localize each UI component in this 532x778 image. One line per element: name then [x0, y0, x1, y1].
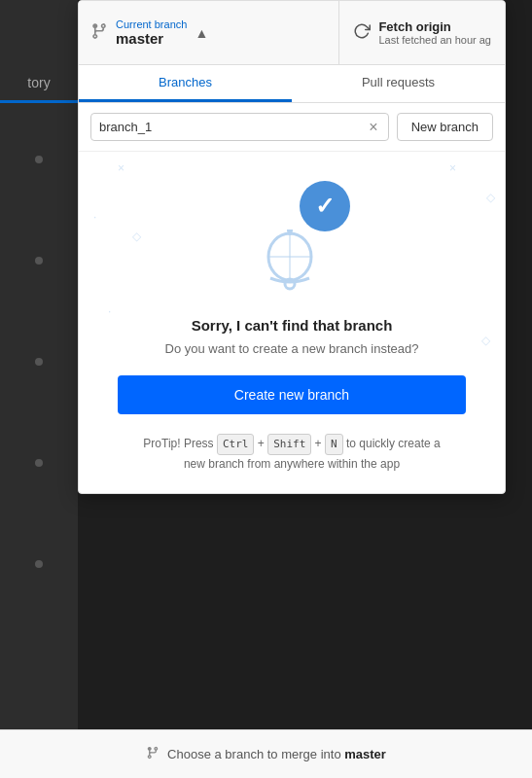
check-circle: ✓ [300, 181, 350, 231]
kbd-ctrl: Ctrl [217, 434, 255, 455]
branch-dropdown-panel: Current branch master ▲ Fetch origin Las… [78, 0, 506, 494]
sidebar-dots [35, 156, 43, 568]
deco-diamond-2: ◇ [132, 230, 141, 243]
sidebar-dot [35, 156, 43, 163]
protip-plus-2: + [315, 437, 322, 450]
search-input-wrapper: × [90, 113, 389, 141]
protip-plus-1: + [258, 437, 265, 450]
deco-cross-1: × [118, 161, 124, 175]
fetch-origin-button[interactable]: Fetch origin Last fetched an hour ag [338, 1, 505, 64]
current-branch-section[interactable]: Current branch master ▲ [79, 1, 338, 64]
sidebar [0, 0, 78, 778]
history-tab-label: tory [27, 75, 50, 90]
create-new-branch-button[interactable]: Create new branch [118, 375, 466, 414]
new-branch-button[interactable]: New branch [397, 113, 493, 141]
tab-pull-requests[interactable]: Pull requests [292, 65, 505, 102]
kbd-n: N [325, 434, 343, 455]
deco-diamond-3: ◇ [481, 334, 490, 347]
bell-icon [253, 230, 331, 298]
sidebar-dot [35, 257, 43, 265]
fetch-subtitle: Last fetched an hour ag [378, 34, 491, 46]
empty-state: × × ◇ · ◇ ◇ · ✓ [79, 152, 505, 493]
deco-dot-2: · [108, 304, 111, 318]
sidebar-dot [35, 358, 43, 366]
sidebar-dot [35, 459, 43, 467]
deco-cross-2: × [449, 161, 456, 175]
deco-dot-1: · [93, 210, 96, 224]
sidebar-dot [35, 560, 43, 568]
empty-title: Sorry, I can't find that branch [192, 317, 393, 334]
history-tab[interactable]: tory [0, 64, 78, 103]
current-branch-label: Current branch [116, 18, 187, 30]
tabs-row: Branches Pull requests [79, 65, 505, 103]
kbd-shift: Shift [267, 434, 311, 455]
bottom-bar-text: Choose a branch to merge into master [167, 747, 386, 761]
fetch-title: Fetch origin [378, 19, 491, 34]
refresh-icon [353, 22, 371, 44]
search-row: × New branch [79, 103, 505, 152]
empty-illustration: ✓ [233, 181, 350, 298]
deco-diamond-1: ◇ [486, 191, 495, 204]
header-row: Current branch master ▲ Fetch origin Las… [79, 1, 505, 65]
chevron-up-icon: ▲ [195, 25, 208, 41]
search-input[interactable] [99, 114, 367, 140]
fetch-text: Fetch origin Last fetched an hour ag [378, 19, 491, 46]
protip-text-3: new branch from anywhere within the app [184, 457, 400, 471]
branch-icon [90, 22, 108, 44]
merge-icon [146, 746, 160, 762]
protip: ProTip! Press Ctrl + Shift + N to quickl… [124, 434, 459, 474]
current-branch-name: master [116, 30, 187, 47]
bottom-bar: Choose a branch to merge into master [0, 729, 532, 778]
protip-text-2: to quickly create a [346, 437, 441, 450]
protip-text-1: ProTip! Press [143, 437, 213, 450]
current-branch-info: Current branch master [116, 18, 187, 47]
empty-subtitle: Do you want to create a new branch inste… [165, 341, 419, 356]
tab-branches[interactable]: Branches [79, 65, 292, 102]
clear-search-button[interactable]: × [367, 119, 379, 136]
